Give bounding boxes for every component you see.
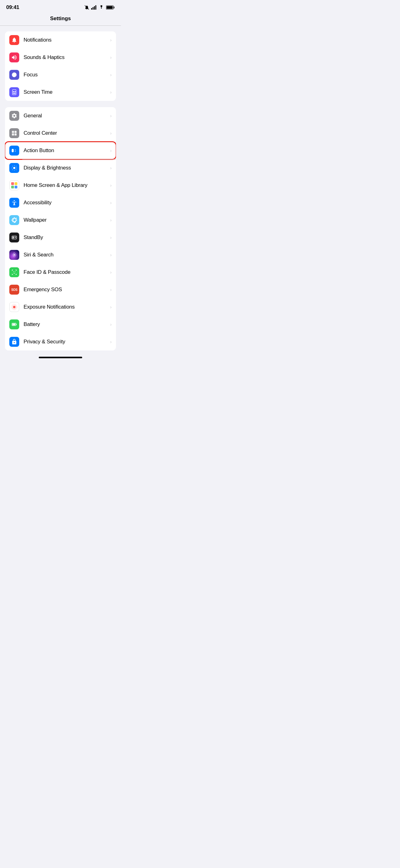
svg-point-32 [15, 271, 15, 272]
notifications-chevron: › [110, 37, 112, 42]
display-chevron: › [110, 165, 112, 170]
homescreen-label: Home Screen & App Library [24, 182, 108, 188]
sounds-icon [9, 53, 19, 62]
settings-item-screentime[interactable]: Screen Time › [5, 84, 116, 101]
screentime-label: Screen Time [24, 89, 108, 95]
mute-icon [84, 5, 89, 10]
siri-label: Siri & Search [24, 252, 108, 258]
settings-item-battery[interactable]: Battery › [5, 316, 116, 333]
emergencysos-label: Emergency SOS [24, 286, 108, 293]
accessibility-label: Accessibility [24, 199, 108, 206]
exposure-label: Exposure Notifications [24, 304, 108, 310]
svg-rect-11 [13, 91, 14, 92]
accessibility-icon [9, 198, 19, 208]
settings-item-accessibility[interactable]: Accessibility › [5, 194, 116, 211]
svg-point-31 [13, 271, 14, 272]
svg-point-30 [14, 254, 15, 256]
siri-icon [9, 250, 19, 260]
svg-rect-4 [96, 5, 96, 10]
focus-chevron: › [110, 72, 112, 77]
settings-item-sounds[interactable]: Sounds & Haptics › [5, 49, 116, 66]
settings-item-faceid[interactable]: Face ID & Passcode › [5, 264, 116, 281]
homescreen-icon [9, 180, 19, 190]
svg-rect-10 [13, 93, 15, 94]
faceid-icon [9, 267, 19, 277]
focus-icon [9, 70, 19, 80]
display-icon [9, 163, 19, 173]
settings-item-standby[interactable]: StandBy › [5, 229, 116, 246]
settings-item-siri[interactable]: Siri & Search › [5, 246, 116, 264]
svg-rect-16 [14, 133, 17, 136]
battery-chevron: › [110, 322, 112, 327]
siri-chevron: › [110, 252, 112, 257]
svg-rect-14 [14, 131, 17, 133]
settings-item-notifications[interactable]: Notifications › [5, 31, 116, 49]
settings-item-actionbutton[interactable]: Action Button › [5, 142, 116, 159]
settings-group-1: Notifications › Sounds & Haptics › Focus… [5, 31, 116, 101]
svg-rect-1 [91, 8, 92, 10]
svg-rect-3 [94, 6, 95, 10]
home-indicator [39, 357, 82, 358]
controlcenter-chevron: › [110, 131, 112, 136]
accessibility-chevron: › [110, 200, 112, 205]
wallpaper-label: Wallpaper [24, 217, 108, 223]
svg-rect-17 [12, 149, 14, 152]
svg-rect-2 [93, 7, 94, 10]
svg-rect-6 [114, 6, 115, 8]
svg-rect-19 [11, 182, 14, 185]
battery-status-icon [106, 5, 115, 10]
svg-rect-22 [14, 186, 18, 188]
signal-icon [91, 5, 97, 10]
privacy-icon [9, 337, 19, 347]
settings-item-exposure[interactable]: Exposure Notifications › [5, 298, 116, 316]
page-title: Settings [0, 12, 121, 26]
screentime-chevron: › [110, 90, 112, 95]
focus-label: Focus [24, 72, 108, 78]
svg-rect-9 [12, 90, 16, 95]
wallpaper-chevron: › [110, 218, 112, 223]
faceid-chevron: › [110, 270, 112, 275]
sounds-chevron: › [110, 55, 112, 60]
general-chevron: › [110, 113, 112, 118]
exposure-icon [9, 302, 19, 312]
standby-chevron: › [110, 235, 112, 240]
general-icon [9, 111, 19, 121]
svg-point-18 [13, 167, 15, 169]
settings-item-general[interactable]: General › [5, 107, 116, 124]
svg-rect-13 [12, 131, 14, 133]
svg-point-23 [14, 200, 14, 201]
wifi-icon [99, 5, 104, 10]
svg-rect-12 [14, 91, 15, 92]
faceid-label: Face ID & Passcode [24, 269, 108, 275]
svg-point-8 [14, 74, 15, 76]
privacy-chevron: › [110, 339, 112, 344]
status-icons [84, 5, 115, 10]
svg-rect-15 [12, 133, 14, 136]
svg-point-33 [13, 306, 15, 308]
settings-item-privacy[interactable]: Privacy & Security › [5, 333, 116, 350]
settings-item-focus[interactable]: Focus › [5, 66, 116, 84]
actionbutton-chevron: › [110, 148, 112, 153]
actionbutton-label: Action Button [24, 148, 108, 154]
wallpaper-icon [9, 215, 19, 225]
controlcenter-icon [9, 128, 19, 138]
settings-item-controlcenter[interactable]: Control Center › [5, 124, 116, 142]
status-bar: 09:41 [0, 0, 121, 12]
settings-item-homescreen[interactable]: Home Screen & App Library › [5, 177, 116, 194]
notifications-icon [9, 35, 19, 45]
standby-icon [9, 232, 19, 243]
exposure-chevron: › [110, 305, 112, 310]
sounds-label: Sounds & Haptics [24, 54, 108, 61]
controlcenter-label: Control Center [24, 130, 108, 136]
settings-item-display[interactable]: Display & Brightness › [5, 159, 116, 177]
settings-item-emergencysos[interactable]: SOS Emergency SOS › [5, 281, 116, 298]
emergencysos-chevron: › [110, 287, 112, 292]
svg-rect-37 [16, 324, 17, 325]
general-label: General [24, 113, 108, 119]
settings-item-wallpaper[interactable]: Wallpaper › [5, 211, 116, 229]
privacy-label: Privacy & Security [24, 339, 108, 345]
screentime-icon [9, 87, 19, 97]
svg-rect-38 [12, 323, 15, 326]
svg-rect-20 [14, 182, 18, 185]
emergencysos-icon: SOS [9, 285, 19, 294]
